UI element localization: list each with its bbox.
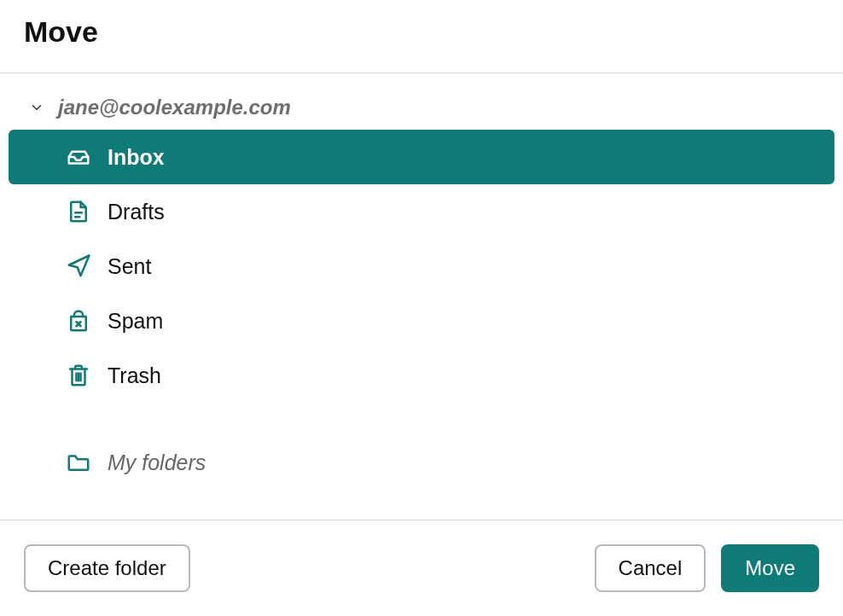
send-icon <box>65 253 92 280</box>
folder-label: Spam <box>108 309 163 334</box>
folder-tree: jane@coolexample.com Inbox Drafts <box>0 73 843 520</box>
account-row[interactable]: jane@coolexample.com <box>9 94 834 130</box>
cancel-button[interactable]: Cancel <box>595 544 706 592</box>
folder-item-drafts[interactable]: Drafts <box>9 184 834 239</box>
spam-icon <box>65 307 92 334</box>
inbox-icon <box>65 143 92 171</box>
folder-item-trash[interactable]: Trash <box>9 348 834 403</box>
create-folder-button[interactable]: Create folder <box>24 544 190 592</box>
dialog-header: Move <box>0 0 843 73</box>
folder-item-sent[interactable]: Sent <box>9 239 834 293</box>
trash-icon <box>65 362 92 389</box>
dialog-title: Move <box>24 15 819 49</box>
chevron-down-icon <box>27 98 46 117</box>
dialog-footer: Create folder Cancel Move <box>0 520 843 616</box>
account-email: jane@coolexample.com <box>58 96 291 119</box>
folder-label: Sent <box>108 254 151 279</box>
svg-marker-3 <box>69 256 90 276</box>
folder-item-spam[interactable]: Spam <box>9 293 834 348</box>
folder-item-myfolders[interactable]: My folders <box>9 435 834 490</box>
folder-label: Trash <box>108 363 161 388</box>
spacer <box>9 403 834 435</box>
folder-label: Drafts <box>108 200 165 224</box>
folder-item-inbox[interactable]: Inbox <box>9 130 834 184</box>
folder-icon <box>65 449 92 476</box>
folder-label: Inbox <box>108 145 165 170</box>
move-button[interactable]: Move <box>721 544 819 592</box>
folder-label: My folders <box>108 450 206 475</box>
footer-actions: Cancel Move <box>595 544 819 592</box>
file-text-icon <box>65 198 92 225</box>
